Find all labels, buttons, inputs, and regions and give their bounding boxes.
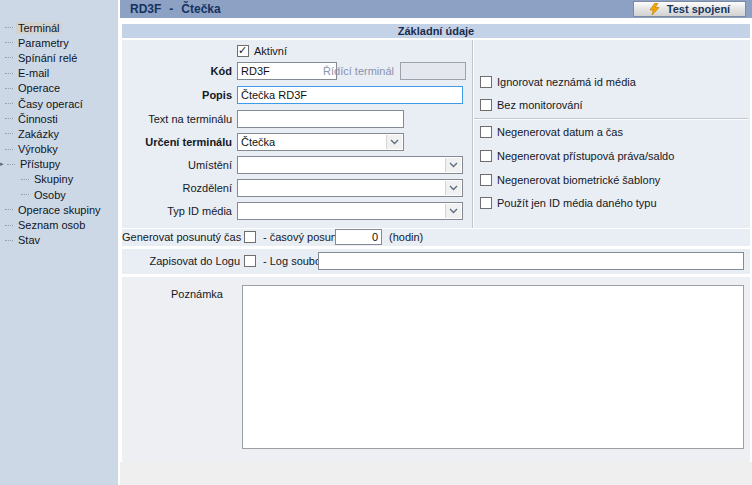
sidebar-item-label: Operace skupiny bbox=[16, 204, 103, 216]
typ-id-media-label: Typ ID média bbox=[122, 205, 232, 217]
sidebar-item-label: Skupiny bbox=[32, 173, 75, 185]
tree-line-icon bbox=[5, 73, 13, 74]
sidebar-item-label: Spínání relé bbox=[16, 52, 79, 64]
bottom-filler bbox=[120, 462, 752, 485]
rozdeleni-label: Rozdělení bbox=[122, 182, 232, 194]
tree-line-icon bbox=[5, 57, 13, 58]
option-bez-monitorovani[interactable]: Bez monitorování bbox=[480, 99, 583, 111]
ridici-terminal-label: Řídící terminál bbox=[284, 65, 394, 77]
option-label: Negenerovat přístupová práva/saldo bbox=[497, 150, 674, 162]
checkbox[interactable] bbox=[480, 76, 492, 88]
sidebar-item-label: Osoby bbox=[32, 189, 68, 201]
section-title: Základní údaje bbox=[122, 24, 750, 38]
poznamka-label: Poznámka bbox=[122, 288, 223, 300]
tree-line-icon bbox=[5, 103, 13, 104]
sidebar-item-operace[interactable]: Operace bbox=[0, 81, 118, 96]
tree-line-icon bbox=[5, 118, 13, 119]
sidebar-item-parametry[interactable]: Parametry bbox=[0, 35, 118, 50]
sidebar-item-terminal[interactable]: Terminál bbox=[0, 20, 118, 35]
header-bar: RD3F - Čtečka Test spojení bbox=[120, 0, 752, 18]
test-connection-button[interactable]: Test spojení bbox=[633, 1, 746, 17]
sidebar-item-stav[interactable]: Stav bbox=[0, 233, 118, 248]
sidebar-item-osoby[interactable]: Osoby bbox=[0, 187, 118, 202]
sidebar-item-label: Výrobky bbox=[16, 143, 60, 155]
zapisovat-do-logu-label: Zapisovat do Logu bbox=[122, 255, 240, 267]
urceni-terminalu-value: Čtečka bbox=[241, 135, 275, 150]
option-label: Negenerovat biometrické šablony bbox=[497, 174, 660, 186]
rozdeleni-dropdown[interactable] bbox=[237, 179, 463, 197]
tree-line-icon bbox=[5, 240, 13, 241]
sidebar-item-spinani-rele[interactable]: Spínání relé bbox=[0, 50, 118, 65]
option-pouzit-jen-id-media[interactable]: Použít jen ID média daného typu bbox=[480, 197, 657, 209]
log-panel: Zapisovat do Logu - Log soubor bbox=[122, 249, 750, 274]
tree-line-icon bbox=[5, 225, 13, 226]
typ-id-media-dropdown[interactable] bbox=[237, 202, 463, 220]
sidebar-item-operace-skupiny[interactable]: Operace skupiny bbox=[0, 202, 118, 217]
checkbox[interactable] bbox=[480, 174, 492, 186]
lightning-bolt-icon bbox=[649, 3, 660, 15]
terminal-code: RD3F bbox=[130, 2, 161, 16]
text-na-terminalu-input[interactable] bbox=[237, 110, 404, 128]
log-soubor-input[interactable] bbox=[318, 252, 744, 270]
sidebar-item-casy-operaci[interactable]: Časy operací bbox=[0, 96, 118, 111]
tree-line-icon bbox=[5, 209, 13, 210]
chevron-down-icon bbox=[445, 204, 461, 218]
option-negenerovat-biometricke-sablony[interactable]: Negenerovat biometrické šablony bbox=[480, 174, 660, 186]
expander-icon[interactable]: ▸ bbox=[0, 160, 6, 168]
sidebar-item-label: Přístupy bbox=[18, 158, 62, 170]
option-label: Ignorovat neznámá id média bbox=[497, 76, 636, 88]
sidebar-item-label: Stav bbox=[16, 234, 42, 246]
umisteni-dropdown[interactable] bbox=[237, 156, 463, 174]
tree-line-icon bbox=[5, 133, 13, 134]
option-ignorovat-neznama-id-media[interactable]: Ignorovat neznámá id média bbox=[480, 76, 636, 88]
sidebar-item-zakazky[interactable]: Zakázky bbox=[0, 126, 118, 141]
sidebar-item-skupiny[interactable]: Skupiny bbox=[0, 172, 118, 187]
note-panel: Poznámka bbox=[122, 277, 750, 462]
popis-input[interactable] bbox=[237, 86, 463, 104]
hodin-unit-label: (hodin) bbox=[389, 231, 423, 243]
option-negenerovat-datum-a-cas[interactable]: Negenerovat datum a čas bbox=[480, 126, 623, 138]
basic-data-panel: Aktivní Kód Řídící terminál Popis Text n… bbox=[122, 40, 750, 228]
tree-line-icon bbox=[5, 42, 13, 43]
kod-label: Kód bbox=[122, 65, 232, 77]
test-connection-label: Test spojení bbox=[667, 3, 730, 15]
sidebar-item-seznam-osob[interactable]: Seznam osob bbox=[0, 217, 118, 232]
zapisovat-do-logu-checkbox[interactable] bbox=[244, 255, 256, 267]
text-na-terminalu-label: Text na terminálu bbox=[122, 113, 232, 125]
checkbox[interactable] bbox=[480, 99, 492, 111]
terminal-settings-window: Terminál Parametry Spínání relé E-mail O… bbox=[0, 0, 752, 485]
tree-line-icon bbox=[5, 27, 13, 28]
sidebar-item-label: Parametry bbox=[16, 37, 71, 49]
sidebar-item-email[interactable]: E-mail bbox=[0, 66, 118, 81]
timeshift-panel: Generovat posunutý čas - časový posun (h… bbox=[122, 229, 750, 246]
tree-line-icon bbox=[5, 88, 13, 89]
sidebar-item-label: Seznam osob bbox=[16, 219, 87, 231]
checkbox[interactable] bbox=[480, 197, 492, 209]
sidebar-item-cinnosti[interactable]: Činnosti bbox=[0, 111, 118, 126]
tree-line-icon bbox=[21, 194, 29, 195]
option-negenerovat-pristupova-prava[interactable]: Negenerovat přístupová práva/saldo bbox=[480, 150, 674, 162]
sidebar-item-pristupy[interactable]: ▸Přístupy bbox=[0, 157, 118, 172]
sidebar-item-vyrobky[interactable]: Výrobky bbox=[0, 142, 118, 157]
chevron-down-icon bbox=[386, 135, 402, 149]
generovat-posunuty-cas-checkbox[interactable] bbox=[244, 231, 256, 243]
sidebar-tree: Terminál Parametry Spínání relé E-mail O… bbox=[0, 0, 118, 485]
tree-line-icon bbox=[21, 179, 29, 180]
poznamka-textarea[interactable] bbox=[242, 285, 744, 449]
sidebar-item-label: E-mail bbox=[16, 67, 51, 79]
urceni-terminalu-dropdown[interactable]: Čtečka bbox=[237, 133, 404, 151]
aktivni-checkbox[interactable] bbox=[237, 45, 249, 57]
casovy-posun-input[interactable] bbox=[335, 229, 382, 245]
checkbox[interactable] bbox=[480, 126, 492, 138]
chevron-down-icon bbox=[445, 158, 461, 172]
checkbox[interactable] bbox=[480, 150, 492, 162]
chevron-down-icon bbox=[445, 181, 461, 195]
header-dash: - bbox=[169, 2, 173, 16]
tree-line-icon bbox=[5, 149, 13, 150]
tree-line-icon bbox=[7, 164, 15, 165]
sidebar-item-label: Zakázky bbox=[16, 128, 61, 140]
aktivni-label: Aktivní bbox=[254, 45, 287, 57]
casovy-posun-label: - časový posun bbox=[263, 231, 337, 243]
urceni-terminalu-label: Určení terminálu bbox=[122, 136, 232, 148]
option-label: Bez monitorování bbox=[497, 99, 583, 111]
